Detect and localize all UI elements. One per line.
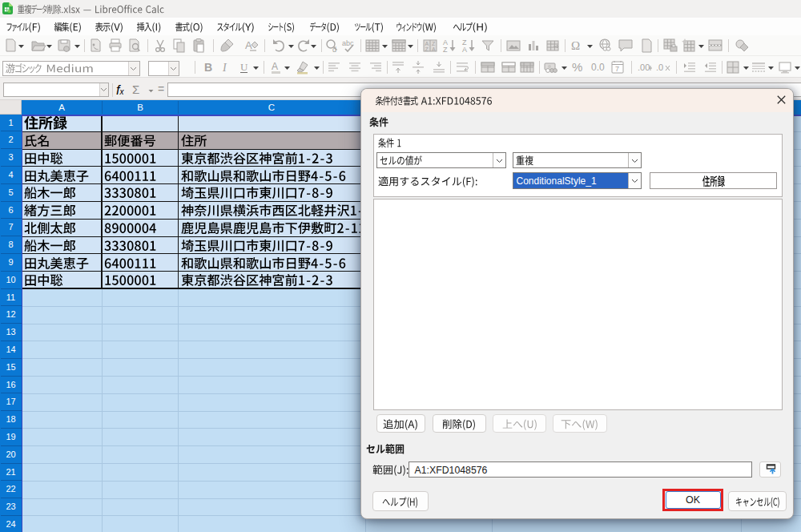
svg-text:U: U	[240, 61, 248, 73]
svg-text:I: I	[222, 62, 227, 74]
svg-text:7: 7	[615, 65, 619, 73]
svg-text:A: A	[272, 61, 278, 72]
svg-text:A: A	[432, 46, 436, 52]
svg-text:B: B	[204, 61, 212, 74]
svg-text:d: d	[332, 46, 336, 54]
svg-text:.00: .00	[638, 62, 650, 72]
svg-text:A: A	[245, 39, 252, 51]
svg-text:%: %	[572, 60, 582, 74]
svg-text:Z: Z	[425, 46, 429, 52]
svg-text:A: A	[462, 46, 467, 54]
svg-text:Ω: Ω	[571, 39, 580, 52]
svg-text:0.0: 0.0	[591, 62, 605, 73]
svg-text:Z: Z	[443, 46, 448, 54]
svg-text:.0: .0	[656, 62, 663, 72]
